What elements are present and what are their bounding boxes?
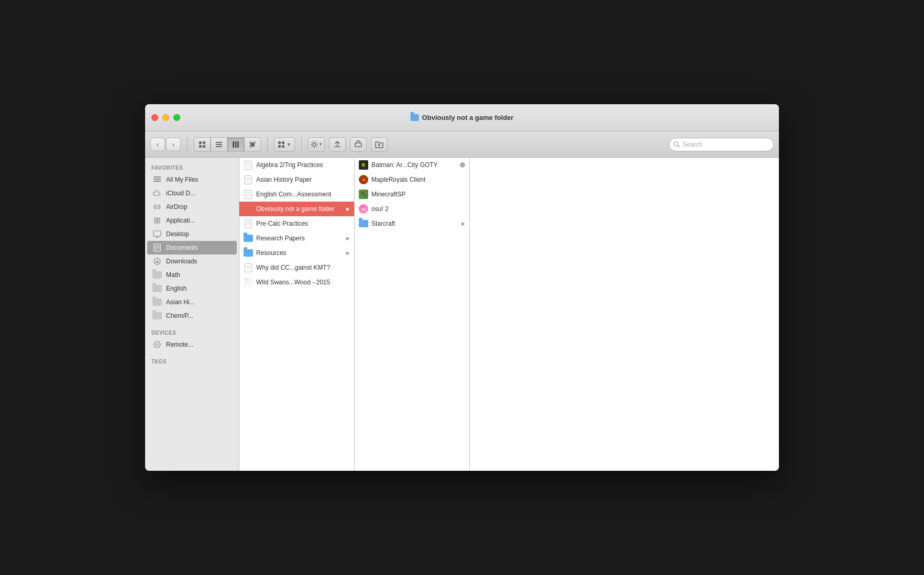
item-label: Resources <box>256 249 343 257</box>
search-box[interactable]: Search <box>669 138 774 151</box>
close-button[interactable] <box>151 114 158 121</box>
svg-rect-3 <box>203 145 205 148</box>
item-label: osu! 2 <box>371 205 465 213</box>
airdrop-icon <box>152 202 162 212</box>
asian-history-folder-icon <box>152 297 162 307</box>
all-my-files-icon <box>152 175 162 184</box>
gear-action-button[interactable]: ▼ <box>308 137 325 152</box>
view-list-button[interactable] <box>211 137 227 152</box>
view-icon-button[interactable] <box>194 137 211 152</box>
forward-button[interactable]: › <box>166 138 181 151</box>
documents-icon <box>152 243 162 252</box>
svg-rect-7 <box>233 141 234 148</box>
list-item[interactable]: English Com...Assessment <box>239 187 354 202</box>
svg-rect-23 <box>153 181 161 182</box>
sidebar-item-downloads[interactable]: Downloads <box>147 255 237 268</box>
list-item[interactable]: Asian History Paper <box>239 172 354 187</box>
item-label: English Com...Assessment <box>256 191 350 198</box>
window-title-area: Obviously not a game folder <box>411 114 514 121</box>
icloud-label: iCloud D... <box>166 190 232 197</box>
tag-button[interactable] <box>350 137 367 152</box>
item-label: Starcraft <box>371 220 458 227</box>
svg-rect-2 <box>199 145 202 148</box>
item-label: Asian History Paper <box>256 176 350 183</box>
new-folder-button[interactable] <box>371 137 388 152</box>
svg-rect-8 <box>235 141 237 148</box>
sidebar: Favorites All My Files iCloud <box>145 158 239 471</box>
doc-icon <box>244 263 253 272</box>
osu-icon: o! <box>359 204 368 214</box>
content-area <box>470 158 779 471</box>
toolbar-separator-1 <box>187 137 188 152</box>
sidebar-item-airdrop[interactable]: AirDrop <box>147 200 237 214</box>
list-item[interactable]: o! osu! 2 <box>355 202 469 216</box>
sidebar-item-all-my-files[interactable]: All My Files <box>147 173 237 186</box>
all-my-files-label: All My Files <box>166 176 232 183</box>
list-item[interactable]: Wild Swans...Wood - 2015 <box>239 275 354 290</box>
sidebar-item-math[interactable]: Math <box>147 268 237 282</box>
downloads-icon <box>152 257 162 266</box>
favorites-label: Favorites <box>145 162 239 173</box>
traffic-lights <box>151 114 180 121</box>
toolbar-separator-3 <box>301 137 302 152</box>
remote-label: Remote... <box>166 341 232 348</box>
svg-rect-0 <box>199 141 202 144</box>
sidebar-item-english[interactable]: English <box>147 282 237 295</box>
share-button[interactable] <box>329 137 346 152</box>
english-label: English <box>166 285 232 292</box>
starcraft-folder-icon <box>359 219 368 228</box>
tags-label: Tags <box>145 356 239 367</box>
maximize-button[interactable] <box>173 114 180 121</box>
doc-icon <box>244 219 253 228</box>
sidebar-item-desktop[interactable]: Desktop <box>147 227 237 241</box>
obviously-folder-item[interactable]: Obviously not a game folder ▶ <box>239 202 354 216</box>
minimize-button[interactable] <box>162 114 169 121</box>
back-button[interactable]: ‹ <box>150 138 165 151</box>
sidebar-item-documents[interactable]: Documents <box>147 241 237 255</box>
column-2: B Batman: Ar...City GOTY 🍁 MapleRoyals C… <box>355 158 470 471</box>
view-buttons <box>194 137 261 152</box>
sidebar-item-applications[interactable]: Applicati... <box>147 214 237 227</box>
list-item[interactable]: Starcraft ▶ <box>355 216 469 231</box>
doc-icon <box>244 160 253 170</box>
list-item[interactable]: B Batman: Ar...City GOTY <box>355 158 469 172</box>
svg-point-24 <box>156 205 159 208</box>
list-item[interactable]: Research Papers ▶ <box>239 231 354 246</box>
list-item[interactable]: 🍁 MapleRoyals Client <box>355 172 469 187</box>
toolbar-separator-2 <box>267 137 268 152</box>
sidebar-item-asian-history[interactable]: Asian Hi... <box>147 295 237 309</box>
sidebar-item-remote[interactable]: Remote... <box>147 338 237 351</box>
list-item[interactable]: Pre-Calc Practices <box>239 216 354 231</box>
item-label: Research Papers <box>256 235 343 242</box>
doc-icon <box>244 190 253 199</box>
sidebar-item-icloud[interactable]: iCloud D... <box>147 186 237 200</box>
nav-buttons: ‹ › <box>150 138 181 151</box>
blue-folder-icon <box>244 234 253 243</box>
desktop-label: Desktop <box>166 230 232 238</box>
sidebar-item-chem[interactable]: Chem/P... <box>147 309 237 323</box>
svg-rect-31 <box>245 278 247 280</box>
view-column-button[interactable] <box>227 137 244 152</box>
arrange-button[interactable]: ▼ <box>274 137 295 152</box>
icloud-icon <box>152 189 162 198</box>
list-item[interactable]: Algebra 2/Trig Practices <box>239 158 354 172</box>
airdrop-label: AirDrop <box>166 203 232 211</box>
list-item[interactable]: Why did CC...gainst KMT? <box>239 260 354 275</box>
item-label: Pre-Calc Practices <box>256 220 350 227</box>
svg-point-29 <box>156 344 158 346</box>
svg-rect-19 <box>355 143 361 147</box>
list-item[interactable]: Resources ▶ <box>239 246 354 260</box>
pink-folder-icon <box>244 204 253 214</box>
list-item[interactable]: ⛏ MinecraftSP <box>355 187 469 202</box>
titlebar: Obviously not a game folder <box>145 104 779 131</box>
chem-label: Chem/P... <box>166 312 232 319</box>
view-cover-button[interactable] <box>244 137 261 152</box>
math-label: Math <box>166 271 232 279</box>
chevron-right-icon: ▶ <box>346 250 350 256</box>
chevron-right-icon: ▶ <box>346 206 350 212</box>
svg-rect-17 <box>282 145 284 148</box>
window-title: Obviously not a game folder <box>422 114 514 121</box>
main-content: Favorites All My Files iCloud <box>145 158 779 471</box>
item-label: Batman: Ar...City GOTY <box>371 161 457 169</box>
svg-rect-5 <box>216 144 222 145</box>
